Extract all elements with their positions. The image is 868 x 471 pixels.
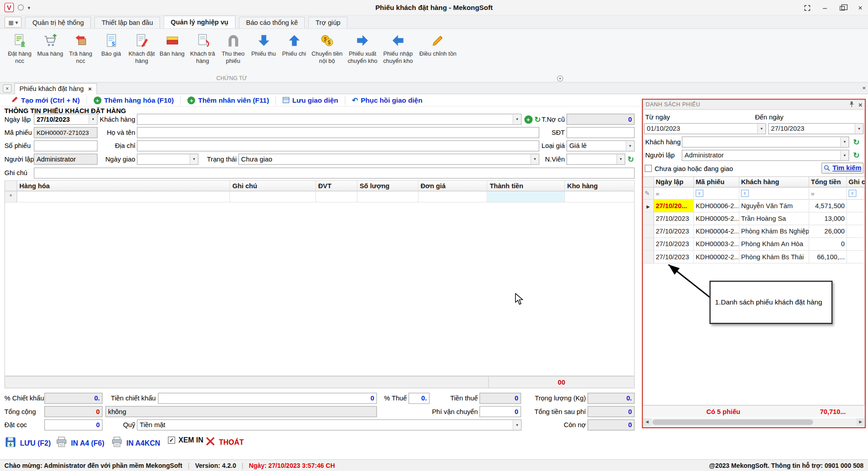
cell-tong-tien[interactable]: 26,000 — [809, 225, 847, 238]
new-button[interactable]: Tạo mới (Ctrl + N) — [5, 95, 87, 105]
cell-ma-phieu[interactable]: KDH00003-2... — [694, 238, 740, 251]
column-header-dvt[interactable]: ĐVT — [316, 181, 358, 191]
cell-tong-tien[interactable]: 0 — [809, 238, 847, 251]
minimize-icon[interactable]: – — [821, 3, 830, 12]
filter-tong-tien[interactable]: = — [809, 187, 847, 200]
panel-close-icon[interactable] — [859, 101, 863, 109]
chevron-down-icon[interactable] — [89, 114, 97, 124]
den-ngay-field[interactable]: 27/10/2023 — [768, 123, 863, 134]
scrollbar-thumb[interactable] — [652, 419, 813, 425]
order-row[interactable]: 27/10/2023 KDH00002-2... Phòng Khám Bs T… — [643, 251, 864, 263]
filter-khach-hang[interactable] — [740, 187, 809, 200]
refresh-employee-icon[interactable] — [626, 154, 635, 164]
print-a4kcn-button[interactable]: IN A4KCN — [111, 436, 160, 450]
preview-checkbox[interactable]: XEM IN — [168, 436, 203, 444]
column-header-ghi-chu[interactable]: Ghi ch — [847, 177, 864, 187]
ribbon-item-khach-dat-hang[interactable]: Khách đặt hàng — [127, 30, 157, 64]
cell-tong-tien[interactable]: 66,100,... — [809, 251, 847, 263]
cell-khach-hang[interactable]: Nguyễn Văn Tám — [740, 200, 809, 212]
ho-va-ten-field[interactable] — [137, 127, 539, 138]
tabstrip-close-icon[interactable]: × — [862, 84, 866, 91]
column-header-khach-hang[interactable]: Khách hàng — [740, 177, 809, 187]
cell-khach-hang[interactable]: Phòng Khám An Hòa — [740, 238, 809, 251]
ribbon-item-mua-hang[interactable]: Mua hàng — [35, 30, 65, 57]
filter-ghi-chu[interactable] — [847, 187, 864, 200]
column-header-hang-hoa[interactable]: Hàng hóa — [17, 181, 230, 191]
menu-tab-quan-tri-he-thong[interactable]: Quản trị hệ thống — [25, 17, 91, 29]
scroll-left-icon[interactable]: ◀ — [643, 418, 651, 426]
save-button[interactable]: LƯU (F2) — [5, 436, 51, 450]
save-layout-button[interactable]: Lưu giao diện — [276, 95, 345, 105]
cell-ghi-chu[interactable] — [847, 213, 864, 225]
restore-layout-button[interactable]: Phục hồi giao diện — [345, 95, 429, 105]
cell-khach-hang[interactable]: Phòng Khám Bs Nghiệp — [740, 225, 809, 238]
cell-ma-phieu[interactable]: KDH00004-2... — [694, 225, 740, 238]
menu-tab-quan-ly-nghiep-vu[interactable]: Quản lý nghiệp vụ — [164, 15, 236, 28]
cell-hang-hoa[interactable] — [17, 191, 230, 203]
loai-gia-combo[interactable]: Giá lẻ — [566, 140, 635, 152]
n-vien-combo[interactable] — [566, 154, 625, 165]
thue-pct-field[interactable]: 0. — [409, 393, 430, 404]
tien-chiet-khau-field[interactable]: 0 — [158, 393, 377, 404]
ribbon-item-khach-tra-hang[interactable]: Khách trả hàng — [187, 30, 217, 64]
refresh-customer-icon[interactable] — [852, 137, 861, 147]
chevron-down-icon[interactable] — [840, 137, 849, 147]
cell-tong-tien[interactable]: 4,571,500 — [809, 200, 847, 212]
column-header-kho-hang[interactable]: Kho hàng — [565, 181, 634, 191]
chevron-down-icon[interactable] — [189, 154, 198, 164]
cell-don-gia[interactable] — [418, 191, 487, 203]
phi-van-chuyen-field[interactable]: 0 — [480, 406, 521, 417]
cell-ngay-lap[interactable]: 27/10/2023 — [654, 225, 694, 238]
app-menu-button[interactable]: ▦▾ — [5, 17, 22, 28]
add-employee-button[interactable]: Thêm nhân viên (F11) — [181, 95, 276, 105]
quick-access-dropdown-icon[interactable]: ▾ — [28, 5, 30, 10]
ribbon-item-tra-hang-ncc[interactable]: Trả hàng ncc — [66, 30, 96, 64]
quick-access-icon[interactable] — [18, 5, 24, 10]
quy-combo[interactable]: Tiền mặt — [137, 419, 522, 431]
ribbon-item-phieu-chi[interactable]: Phiếu chi — [279, 30, 309, 57]
cell-ma-phieu[interactable]: KDH00006-2... — [694, 200, 740, 212]
ribbon-item-thu-theo-phieu[interactable]: Thu theo phiếu — [218, 30, 248, 64]
ribbon-group-launcher-icon[interactable] — [557, 76, 563, 81]
column-header-ghi-chu[interactable]: Ghi chú — [230, 181, 316, 191]
cell-ma-phieu[interactable]: KDH00002-2... — [694, 251, 740, 263]
exit-button[interactable]: THOÁT — [205, 436, 244, 448]
column-header-don-gia[interactable]: Đơn giá — [418, 181, 487, 191]
scroll-right-icon[interactable]: ▶ — [856, 418, 864, 426]
trang-thai-combo[interactable]: Chưa giao — [238, 154, 539, 165]
search-button[interactable]: Tìm kiếm — [821, 162, 863, 174]
chevron-down-icon[interactable] — [513, 114, 521, 124]
panel-nguoi-lap-combo[interactable]: Administrator — [682, 150, 849, 161]
panel-khach-hang-combo[interactable] — [682, 137, 849, 148]
fullscreen-icon[interactable] — [802, 3, 811, 12]
undelivered-checkbox[interactable] — [645, 165, 652, 172]
cell-ghi-chu[interactable] — [847, 225, 864, 238]
ngay-lap-field[interactable]: 27/10/2023 — [34, 114, 98, 125]
order-row[interactable]: 27/10/2023 KDH00004-2... Phòng Khám Bs N… — [643, 225, 864, 238]
close-tab-button[interactable]: × — [3, 84, 12, 92]
cell-ngay-lap[interactable]: 27/10/2023 — [654, 213, 694, 225]
chevron-down-icon[interactable] — [855, 124, 863, 133]
cell-ghi-chu[interactable] — [847, 251, 864, 263]
column-header-ma-phieu[interactable]: Mã phiếu — [694, 177, 740, 187]
dat-coc-field[interactable]: 0 — [44, 419, 103, 431]
ribbon-item-bao-gia[interactable]: $ Báo giá — [96, 30, 126, 57]
ngay-giao-field[interactable] — [137, 154, 198, 165]
cell-kho-hang[interactable] — [565, 191, 634, 203]
order-row[interactable]: 27/10/2023 KDH00005-2... Trần Hoàng Sa 1… — [643, 213, 864, 225]
chevron-down-icon[interactable] — [626, 141, 634, 151]
cell-dvt[interactable] — [316, 191, 358, 203]
pin-icon[interactable] — [849, 101, 854, 109]
menu-tab-bao-cao-thong-ke[interactable]: Báo cáo thống kê — [239, 17, 305, 29]
column-header-tong-tien[interactable]: Tổng tiền — [809, 177, 847, 187]
checkbox-checked-icon[interactable] — [168, 437, 175, 444]
chevron-down-icon[interactable] — [757, 124, 765, 133]
ribbon-item-dat-hang-ncc[interactable]: Đặt hàng ncc — [5, 30, 35, 64]
order-row[interactable]: 27/10/20... KDH00006-2... Nguyễn Văn Tám… — [643, 200, 864, 212]
refresh-user-icon[interactable] — [852, 150, 861, 160]
dia-chi-field[interactable] — [137, 140, 539, 152]
close-icon[interactable]: × — [856, 3, 865, 12]
ghi-chu-field[interactable] — [34, 167, 635, 179]
chevron-down-icon[interactable] — [530, 154, 538, 164]
cell-ngay-lap[interactable]: 27/10/2023 — [654, 251, 694, 263]
